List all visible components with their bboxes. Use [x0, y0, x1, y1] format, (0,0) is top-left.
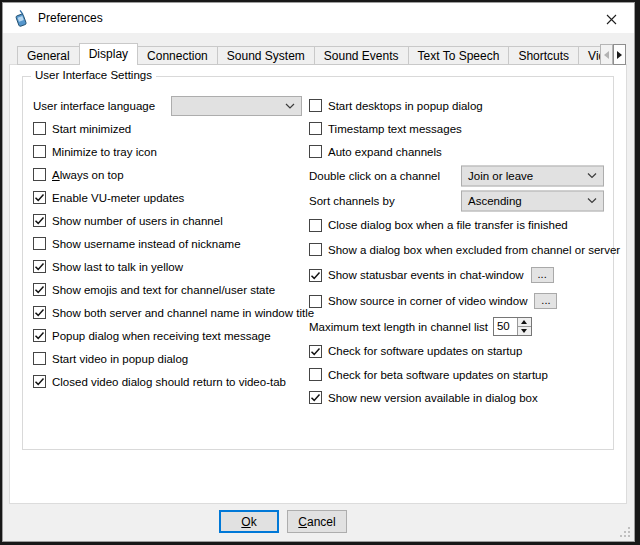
spin-down-button[interactable] [518, 327, 531, 335]
start-video-in-popup-dialog-label: Start video in popup dialog [52, 353, 188, 365]
closed-video-dialog-should-return-to-video-tab-row: Closed video dialog should return to vid… [33, 370, 309, 393]
cancel-button[interactable]: Cancel [287, 510, 347, 533]
tab-shortcuts[interactable]: Shortcuts [508, 46, 579, 65]
tab-display[interactable]: Display [79, 43, 138, 65]
check-for-beta-software-updates-on-startup-checkbox[interactable] [309, 368, 322, 381]
enable-vu-meter-updates-label: Enable VU-meter updates [52, 192, 184, 204]
show-number-of-users-in-channel-label: Show number of users in channel [52, 215, 223, 227]
tab-text-to-speech[interactable]: Text To Speech [408, 46, 510, 65]
tab-connection[interactable]: Connection [137, 46, 218, 65]
auto-expand-channels-checkbox[interactable] [309, 145, 322, 158]
start-minimized-row: Start minimized [33, 117, 309, 140]
show-a-dialog-box-when-excluded-from-channel-or-server-checkbox[interactable] [309, 243, 322, 256]
group-title: User Interface Settings [31, 69, 156, 81]
show-statusbar-events-in-chat-window-more-button[interactable]: ... [531, 267, 554, 283]
tab-video[interactable]: Video [578, 46, 601, 65]
show-username-instead-of-nickname-checkbox[interactable] [33, 237, 46, 250]
always-on-top-checkbox[interactable] [33, 168, 46, 181]
check-for-software-updates-on-startup-label: Check for software updates on startup [328, 345, 522, 357]
show-emojis-and-text-for-channel-user-state-checkbox[interactable] [33, 283, 46, 296]
down-arrow-icon [521, 329, 527, 333]
double-click-on-a-channel-row: Double click on a channelJoin or leave [309, 163, 627, 188]
show-number-of-users-in-channel-row: Show number of users in channel [33, 209, 309, 232]
checkmark-icon [34, 284, 45, 295]
minimize-to-tray-icon-checkbox[interactable] [33, 145, 46, 158]
cancel-label: Cancel [298, 515, 335, 529]
minimize-to-tray-icon-row: Minimize to tray icon [33, 140, 309, 163]
close-button[interactable] [597, 10, 625, 28]
maximum-text-length-in-channel-list-spinbox[interactable]: 50 [493, 317, 532, 336]
tab-bar: GeneralDisplayConnectionSound SystemSoun… [17, 43, 601, 65]
check-for-software-updates-on-startup-checkbox[interactable] [309, 345, 322, 358]
show-last-to-talk-in-yellow-label: Show last to talk in yellow [52, 261, 183, 273]
sort-channels-by-combobox[interactable]: Ascending [461, 190, 604, 211]
double-click-on-a-channel-label: Double click on a channel [309, 170, 440, 182]
start-minimized-checkbox[interactable] [33, 122, 46, 135]
close-dialog-box-when-a-file-transfer-is-finished-checkbox[interactable] [309, 219, 322, 232]
tab-general[interactable]: General [17, 46, 80, 65]
show-last-to-talk-in-yellow-row: Show last to talk in yellow [33, 255, 309, 278]
ok-button[interactable]: Ok [219, 510, 279, 533]
show-number-of-users-in-channel-checkbox[interactable] [33, 214, 46, 227]
tab-scroll-right-button[interactable] [613, 44, 626, 65]
show-statusbar-events-in-chat-window-checkbox[interactable] [309, 269, 322, 282]
tab-scroll-left-button[interactable] [600, 44, 613, 65]
checkmark-icon [34, 307, 45, 318]
show-source-in-corner-of-video-window-checkbox[interactable] [309, 295, 322, 308]
preferences-dialog: Preferences GeneralDisplayConnectionSoun… [2, 2, 635, 542]
show-both-server-and-channel-name-in-window-title-row: Show both server and channel name in win… [33, 301, 309, 324]
close-dialog-box-when-a-file-transfer-is-finished-row: Close dialog box when a file transfer is… [309, 213, 627, 237]
start-minimized-label: Start minimized [52, 123, 131, 135]
start-desktops-in-popup-dialog-checkbox[interactable] [309, 99, 322, 112]
titlebar: Preferences [3, 3, 634, 33]
checkmark-icon [34, 192, 45, 203]
spin-buttons [517, 318, 531, 335]
closed-video-dialog-should-return-to-video-tab-checkbox[interactable] [33, 375, 46, 388]
checkmark-icon [310, 270, 321, 281]
show-both-server-and-channel-name-in-window-title-checkbox[interactable] [33, 306, 46, 319]
show-last-to-talk-in-yellow-checkbox[interactable] [33, 260, 46, 273]
show-emojis-and-text-for-channel-user-state-row: Show emojis and text for channel/user st… [33, 278, 309, 301]
window-title: Preferences [38, 11, 103, 25]
show-new-version-available-in-dialog-box-checkbox[interactable] [309, 391, 322, 404]
double-click-on-a-channel-value: Join or leave [468, 170, 533, 182]
sort-channels-by-row: Sort channels byAscending [309, 188, 627, 213]
popup-dialog-when-receiving-text-message-checkbox[interactable] [33, 329, 46, 342]
chevron-down-icon [587, 198, 597, 204]
resize-grip[interactable] [620, 527, 631, 538]
show-a-dialog-box-when-excluded-from-channel-or-server-label: Show a dialog box when excluded from cha… [328, 244, 620, 256]
show-source-in-corner-of-video-window-label: Show source in corner of video window [328, 295, 527, 307]
desktop-background: Preferences GeneralDisplayConnectionSoun… [0, 0, 640, 545]
tab-sound-events[interactable]: Sound Events [314, 46, 409, 65]
timestamp-text-messages-label: Timestamp text messages [328, 123, 462, 135]
spin-up-button[interactable] [518, 318, 531, 327]
ok-label: Ok [241, 515, 256, 529]
timestamp-text-messages-checkbox[interactable] [309, 122, 322, 135]
start-video-in-popup-dialog-checkbox[interactable] [33, 352, 46, 365]
timestamp-text-messages-row: Timestamp text messages [309, 117, 627, 140]
maximum-text-length-in-channel-list-label: Maximum text length in channel list [309, 321, 488, 333]
checkmark-icon [34, 376, 45, 387]
show-source-in-corner-of-video-window-more-button[interactable]: ... [534, 293, 557, 309]
app-icon [12, 10, 29, 27]
double-click-on-a-channel-combobox[interactable]: Join or leave [461, 165, 604, 186]
check-for-beta-software-updates-on-startup-row: Check for beta software updates on start… [309, 363, 627, 386]
user-interface-language-combobox[interactable] [171, 96, 302, 116]
user-interface-language-label: User interface language [33, 100, 155, 112]
always-on-top-row: Always on top [33, 163, 309, 186]
start-video-in-popup-dialog-row: Start video in popup dialog [33, 347, 309, 370]
enable-vu-meter-updates-checkbox[interactable] [33, 191, 46, 204]
show-statusbar-events-in-chat-window-row: Show statusbar events in chat-window... [309, 262, 627, 288]
tab-sound-system[interactable]: Sound System [217, 46, 315, 65]
right-arrow-icon [617, 51, 622, 59]
checkmark-icon [310, 346, 321, 357]
chevron-down-icon [587, 173, 597, 179]
enable-vu-meter-updates-row: Enable VU-meter updates [33, 186, 309, 209]
checkmark-icon [34, 330, 45, 341]
show-statusbar-events-in-chat-window-label: Show statusbar events in chat-window [328, 269, 524, 281]
show-new-version-available-in-dialog-box-row: Show new version available in dialog box [309, 386, 627, 409]
auto-expand-channels-row: Auto expand channels [309, 140, 627, 163]
start-desktops-in-popup-dialog-label: Start desktops in popup dialog [328, 100, 483, 112]
chevron-down-icon [285, 103, 295, 109]
check-for-beta-software-updates-on-startup-label: Check for beta software updates on start… [328, 369, 548, 381]
